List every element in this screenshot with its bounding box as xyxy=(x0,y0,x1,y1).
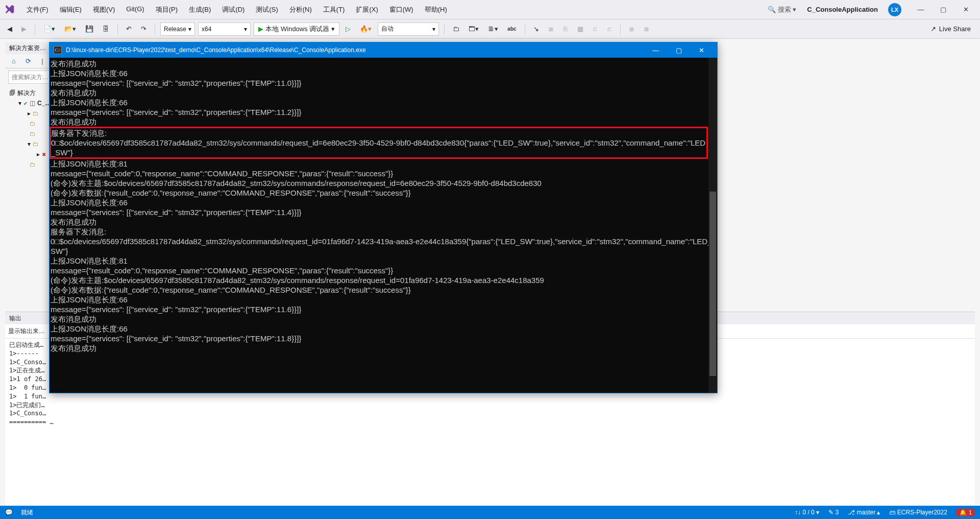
save-all-button[interactable]: 🗄 xyxy=(100,22,112,36)
menu-build[interactable]: 生成(B) xyxy=(184,2,216,17)
tb-icon-1[interactable]: 🗀 xyxy=(450,22,462,36)
tb-icon-6[interactable]: ⎘ xyxy=(560,22,571,36)
menu-git[interactable]: Git(G) xyxy=(121,2,149,17)
output-from-label: 显示输出来… xyxy=(8,327,45,336)
status-ready: 就绪 xyxy=(21,508,33,517)
home-icon[interactable]: ⌂ xyxy=(8,56,19,67)
menu-edit[interactable]: 编辑(E) xyxy=(55,2,87,17)
console-maximize[interactable]: ▢ xyxy=(667,42,690,58)
console-text-post: 上报JSON消息长度:81 message={"result_code":0,"… xyxy=(51,159,715,353)
solution-name: C_ConsoleApplication xyxy=(807,6,878,13)
status-branch[interactable]: ⎇ master ▴ xyxy=(848,509,880,516)
menu-file[interactable]: 文件(F) xyxy=(21,2,54,17)
platform-dropdown[interactable]: x64▾ xyxy=(198,22,251,36)
tb-icon-7[interactable]: ▦ xyxy=(574,22,586,36)
menu-extensions[interactable]: 扩展(X) xyxy=(351,2,383,17)
console-icon: C:\ xyxy=(54,46,62,54)
tb-icon-2[interactable]: 🗔▾ xyxy=(465,22,482,36)
search-box[interactable]: 🔍 搜索 ▾ xyxy=(762,4,802,16)
new-file-button[interactable]: 📄▾ xyxy=(40,22,58,36)
tb-icon-5[interactable]: ≣ xyxy=(545,22,557,36)
console-text-pre: 发布消息成功 上报JSON消息长度:66 message={"services"… xyxy=(51,59,715,127)
run-debugger-button[interactable]: ▶本地 Windows 调试器▾ xyxy=(254,22,339,36)
save-button[interactable]: 💾 xyxy=(82,22,96,36)
menu-project[interactable]: 项目(P) xyxy=(151,2,183,17)
live-share[interactable]: ↗ Live Share xyxy=(930,25,976,33)
nav-back-button[interactable]: ◀ xyxy=(4,22,15,36)
config-dropdown[interactable]: Release▾ xyxy=(160,22,195,36)
console-body[interactable]: 发布消息成功 上报JSON消息长度:66 message={"services"… xyxy=(50,58,717,393)
console-scrollbar[interactable] xyxy=(708,58,717,393)
console-close[interactable]: ✕ xyxy=(690,42,713,58)
titlebar: 文件(F) 编辑(E) 视图(V) Git(G) 项目(P) 生成(B) 调试(… xyxy=(0,0,980,19)
window-controls: — ▢ ✕ xyxy=(911,2,976,17)
menu-test[interactable]: 测试(S) xyxy=(251,2,283,17)
menu-window[interactable]: 窗口(W) xyxy=(384,2,419,17)
tb-icon-abc[interactable]: abc xyxy=(504,22,519,36)
user-badge[interactable]: LX xyxy=(888,3,901,16)
console-title: D:\linux-share-dir\ECRS-Player2022\test_… xyxy=(66,46,640,54)
refresh-icon[interactable]: ⟳ xyxy=(22,56,34,67)
maximize-button[interactable]: ▢ xyxy=(933,2,953,17)
status-repo[interactable]: 🗃 ECRS-Player2022 xyxy=(889,509,947,516)
console-minimize[interactable]: — xyxy=(644,42,667,58)
play-icon: ▶ xyxy=(258,25,263,33)
search-icon: 🔍 xyxy=(768,6,776,13)
tb-icon-9[interactable]: ⎌ xyxy=(604,22,615,36)
hot-reload-button[interactable]: 🔥▾ xyxy=(357,22,375,36)
statusbar: 💬 就绪 ↑↓ 0 / 0 ▾ ✎ 3 ⎇ master ▴ 🗃 ECRS-Pl… xyxy=(0,506,980,519)
tb-icon-3[interactable]: 🗎▾ xyxy=(485,22,501,36)
search-placeholder: 搜索 ▾ xyxy=(778,5,797,14)
toolbar: ◀ ▶ 📄▾ 📂▾ 💾 🗄 ↶ ↷ Release▾ x64▾ ▶本地 Wind… xyxy=(0,19,980,39)
minimize-button[interactable]: — xyxy=(911,2,931,17)
menu-debug[interactable]: 调试(D) xyxy=(217,2,250,17)
undo-button[interactable]: ↶ xyxy=(123,22,135,36)
close-button[interactable]: ✕ xyxy=(955,2,976,17)
tb-icon-8[interactable]: ⎌ xyxy=(590,22,601,36)
status-chat-icon[interactable]: 💬 xyxy=(5,509,13,516)
redo-button[interactable]: ↷ xyxy=(138,22,150,36)
auto-dropdown[interactable]: 自动▾ xyxy=(378,22,439,36)
run-no-debug-button[interactable]: ▷ xyxy=(342,22,354,36)
status-changes[interactable]: ✎ 3 xyxy=(828,509,839,516)
console-window: C:\ D:\linux-share-dir\ECRS-Player2022\t… xyxy=(49,42,718,393)
open-file-button[interactable]: 📂▾ xyxy=(61,22,79,36)
scrollbar-thumb[interactable] xyxy=(709,192,716,376)
tb-icon-4[interactable]: ↘ xyxy=(530,22,542,36)
menu-help[interactable]: 帮助(H) xyxy=(420,2,452,17)
nav-fwd-button[interactable]: ▶ xyxy=(18,22,30,36)
console-titlebar[interactable]: C:\ D:\linux-share-dir\ECRS-Player2022\t… xyxy=(50,42,717,58)
highlighted-message: 服务器下发消息: 0□$oc/devices/65697df3585c81787… xyxy=(50,127,708,159)
status-issues[interactable]: ↑↓ 0 / 0 ▾ xyxy=(795,509,819,516)
tb-icon-11[interactable]: ≣ xyxy=(641,22,652,36)
main-menu: 文件(F) 编辑(E) 视图(V) Git(G) 项目(P) 生成(B) 调试(… xyxy=(21,2,452,17)
live-share-icon: ↗ xyxy=(930,25,936,33)
vs-logo-icon xyxy=(4,4,15,15)
tb-icon-10[interactable]: ≣ xyxy=(626,22,638,36)
status-notifications[interactable]: 🔔 1 xyxy=(957,509,975,516)
menu-tools[interactable]: 工具(T) xyxy=(318,2,350,17)
menu-view[interactable]: 视图(V) xyxy=(88,2,120,17)
menu-analyze[interactable]: 分析(N) xyxy=(284,2,317,17)
